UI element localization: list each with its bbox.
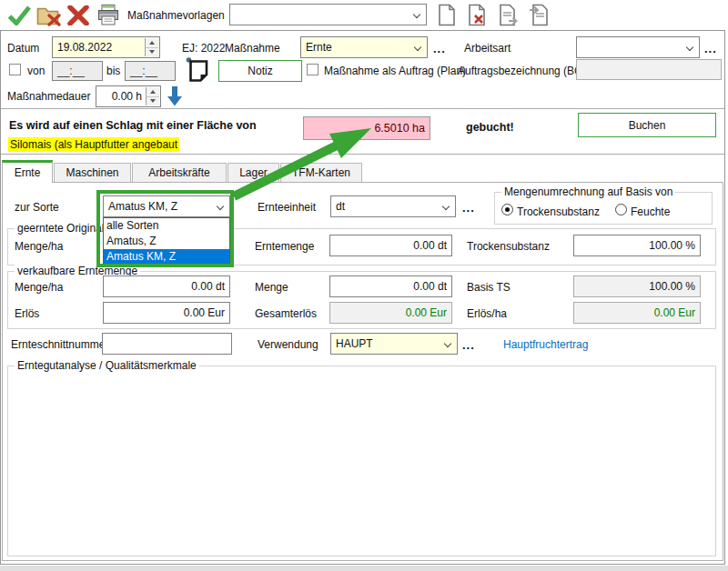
auftragsbezeichnung-field bbox=[576, 59, 722, 80]
tab-lager[interactable]: Lager bbox=[228, 163, 279, 182]
hauptfruchtertrag-link[interactable]: Hauptfruchtertrag bbox=[503, 338, 588, 351]
vk-menge-ha-value: 0.00 dt bbox=[191, 280, 225, 293]
erloes-value: 0.00 Eur bbox=[184, 306, 225, 319]
print-icon[interactable] bbox=[96, 4, 120, 27]
radio-feuchte-label: Feuchte bbox=[631, 205, 670, 218]
new-document-icon[interactable] bbox=[438, 4, 456, 26]
arbeitsart-more-button[interactable]: ... bbox=[704, 42, 717, 55]
gesamterloes-value: 0.00 Eur bbox=[406, 306, 447, 319]
vk-menge-ha-label: Menge/ha bbox=[15, 281, 63, 294]
erloes-ha-field: 0.00 Eur bbox=[573, 302, 701, 324]
chevron-down-icon bbox=[442, 203, 450, 210]
notiz-button[interactable]: Notiz bbox=[218, 60, 302, 82]
import-document-icon[interactable] bbox=[529, 4, 549, 26]
arbeitsart-label: Arbeitsart bbox=[464, 42, 511, 55]
gesamterloes-field: 0.00 Eur bbox=[329, 302, 452, 324]
tab-ernte-label: Ernte bbox=[15, 166, 41, 179]
chevron-down-icon bbox=[414, 44, 421, 51]
kultur-highlight: Silomais (als Hauptfutter angebaut bbox=[8, 137, 179, 152]
booking-message: Es wird auf einen Schlag mit einer Fläch… bbox=[9, 119, 257, 132]
datum-spinner[interactable] bbox=[145, 38, 158, 56]
ernteeinheit-value: dt bbox=[336, 200, 345, 213]
tab-maschinen-label: Maschinen bbox=[66, 166, 118, 179]
vorlagen-label: Maßnahmevorlagen bbox=[127, 9, 225, 22]
verwendung-more-button[interactable]: ... bbox=[462, 338, 475, 352]
erntemenge-value: 0.00 dt bbox=[413, 239, 447, 252]
sorte-combobox[interactable]: Amatus KM, Z bbox=[103, 195, 230, 217]
zeitraum-checkbox[interactable] bbox=[9, 64, 21, 75]
vk-menge-ha-field[interactable]: 0.00 dt bbox=[103, 275, 230, 297]
menge-value: 0.00 dt bbox=[413, 280, 447, 293]
datum-field[interactable]: 19.08.2022 bbox=[52, 36, 160, 58]
delete-x-icon[interactable] bbox=[67, 5, 89, 25]
bis-value: __:__ bbox=[130, 65, 157, 77]
massnahme-value: Ernte bbox=[306, 41, 332, 54]
tab-ernte[interactable]: Ernte bbox=[2, 160, 53, 183]
menge-label: Menge bbox=[255, 281, 288, 294]
radio-feuchte[interactable] bbox=[615, 204, 627, 215]
basis-ts-value: 100.00 % bbox=[649, 280, 695, 293]
datum-value: 19.08.2022 bbox=[57, 41, 112, 54]
dauer-spinner[interactable] bbox=[146, 87, 159, 105]
auftragsbezeichnung-label: Auftragsbezeichnung (BC) bbox=[458, 65, 586, 77]
note-icon[interactable] bbox=[186, 56, 209, 82]
close-folder-icon[interactable] bbox=[36, 5, 62, 27]
flaeche-value: 6.5010 ha bbox=[374, 122, 425, 135]
von-value: __:__ bbox=[57, 65, 85, 77]
ernteschnittnummer-label: Ernteschnittnummer bbox=[11, 338, 108, 351]
ernteschnittnummer-field[interactable] bbox=[102, 333, 232, 355]
radio-trockensubstanz[interactable] bbox=[501, 204, 513, 215]
tab-maschinen[interactable]: Maschinen bbox=[54, 163, 131, 182]
ernteeinheit-more-button[interactable]: ... bbox=[462, 201, 475, 215]
datum-label: Datum bbox=[7, 42, 39, 55]
gesamterloes-label: Gesamterlös bbox=[255, 307, 317, 320]
massnahmedauer-field[interactable]: 0.00 h bbox=[96, 85, 161, 107]
flaeche-field: 6.5010 ha bbox=[303, 116, 430, 140]
von-time-field[interactable]: __:__ bbox=[52, 61, 103, 81]
sorte-option-amatus-z[interactable]: Amatus, Z bbox=[104, 234, 229, 249]
tab-lager-label: Lager bbox=[239, 166, 268, 179]
erloes-field[interactable]: 0.00 Eur bbox=[103, 302, 230, 324]
tab-tfm-karten-label: TFM-Karten bbox=[292, 166, 350, 179]
export-document-icon[interactable] bbox=[499, 4, 519, 26]
massnahme-more-button[interactable]: ... bbox=[433, 42, 446, 55]
auftrag-checkbox-label: Maßnahme als Auftrag (Plan) bbox=[324, 65, 466, 77]
zur-sorte-label: zur Sorte bbox=[15, 201, 59, 214]
chevron-down-icon bbox=[217, 203, 224, 210]
sorte-option-alle-sorten[interactable]: alle Sorten bbox=[104, 218, 229, 234]
verwendung-value: HAUPT bbox=[336, 337, 373, 350]
bis-label: bis bbox=[106, 65, 120, 77]
chevron-down-icon bbox=[444, 340, 451, 347]
gebucht-label: gebucht! bbox=[466, 121, 514, 134]
ernteeinheit-combobox[interactable]: dt bbox=[330, 195, 456, 217]
basis-ts-field: 100.00 % bbox=[573, 275, 701, 297]
transfer-down-arrow-icon[interactable] bbox=[167, 85, 183, 107]
menge-field[interactable]: 0.00 dt bbox=[329, 275, 452, 297]
delete-document-icon[interactable] bbox=[468, 4, 486, 26]
verwendung-combobox[interactable]: HAUPT bbox=[330, 333, 458, 355]
arbeitsart-combobox[interactable] bbox=[576, 36, 700, 58]
chevron-down-icon bbox=[686, 44, 693, 51]
analyse-group-label: Erntegutanalyse / Qualitätsmerkmale bbox=[15, 359, 199, 372]
tab-tfm-karten[interactable]: TFM-Karten bbox=[280, 163, 362, 182]
erntemenge-field[interactable]: 0.00 dt bbox=[329, 235, 452, 256]
massnahme-window: Maßnahmevorlagen Datum 19.08.2022 EJ: 20… bbox=[0, 0, 728, 571]
sorte-option-amatus-km-z[interactable]: Amatus KM, Z bbox=[104, 249, 229, 265]
trockensubstanz-field[interactable]: 100.00 % bbox=[573, 235, 701, 256]
auftrag-checkbox[interactable] bbox=[307, 64, 318, 75]
sorte-dropdown-list: alle Sorten Amatus, Z Amatus KM, Z bbox=[103, 217, 230, 265]
vorlagen-combobox[interactable] bbox=[229, 4, 427, 25]
massnahme-combobox[interactable]: Ernte bbox=[300, 36, 428, 58]
bis-time-field[interactable]: __:__ bbox=[125, 61, 176, 81]
basis-ts-label: Basis TS bbox=[467, 281, 511, 294]
mengenumrechnung-group-label: Mengenumrechnung auf Basis von bbox=[501, 185, 675, 198]
massnahmedauer-label: Maßnahmedauer bbox=[7, 90, 90, 103]
sorte-value: Amatus KM, Z bbox=[108, 200, 177, 213]
verwendung-label: Verwendung bbox=[258, 338, 318, 351]
radio-trockensubstanz-label: Trockensubstanz bbox=[517, 205, 600, 218]
tab-arbeitskraefte-label: Arbeitskräfte bbox=[148, 166, 209, 179]
buchen-button[interactable]: Buchen bbox=[578, 113, 716, 137]
confirm-check-icon[interactable] bbox=[7, 5, 31, 25]
massnahmedauer-value: 0.00 h bbox=[112, 90, 142, 103]
tab-arbeitskraefte[interactable]: Arbeitskräfte bbox=[132, 163, 227, 182]
